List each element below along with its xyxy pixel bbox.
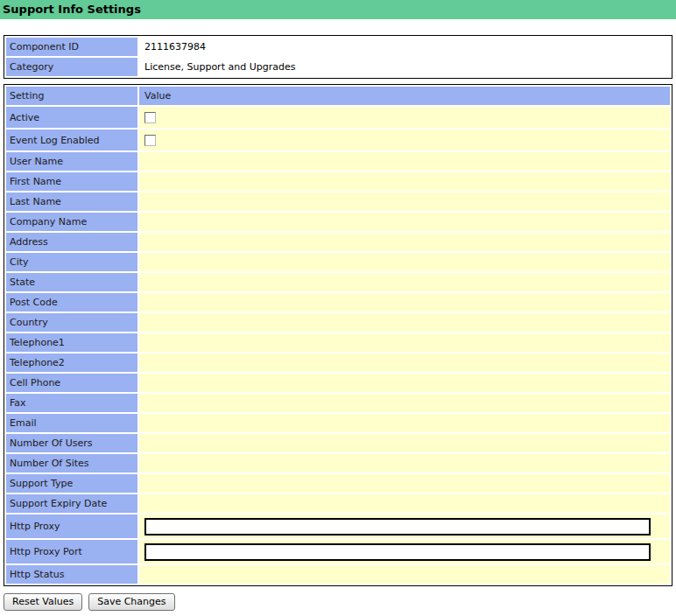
settings-row: Fax xyxy=(6,394,670,412)
setting-value-active xyxy=(139,107,670,128)
setting-label-cell-phone: Cell Phone xyxy=(6,374,137,392)
setting-value-number-of-users xyxy=(139,434,670,452)
info-row-component-id: Component ID 2111637984 xyxy=(6,38,670,56)
settings-row: Last Name xyxy=(6,192,670,211)
setting-value-cell-phone xyxy=(139,374,670,392)
setting-label-first-name: First Name xyxy=(6,172,137,191)
active-checkbox[interactable] xyxy=(144,112,156,123)
setting-value-http-proxy-port xyxy=(139,540,670,564)
setting-label-company-name: Company Name xyxy=(6,213,137,231)
settings-table: Setting Value Active Event Log Enabled U… xyxy=(4,84,672,586)
page-title-bar: Support Info Settings xyxy=(0,0,676,19)
settings-row: Support Type xyxy=(6,474,670,493)
setting-value-telephone1 xyxy=(139,333,670,352)
settings-row: Address xyxy=(6,233,670,251)
settings-row: Country xyxy=(6,313,670,332)
setting-value-user-name xyxy=(139,152,670,171)
settings-row: Active xyxy=(6,107,670,128)
settings-row: Number Of Sites xyxy=(6,454,670,472)
setting-value-company-name xyxy=(139,213,670,231)
setting-label-telephone1: Telephone1 xyxy=(6,333,137,352)
setting-column-header: Setting xyxy=(6,87,137,105)
settings-row: Http Status xyxy=(6,565,670,584)
setting-value-state xyxy=(139,273,670,291)
setting-label-support-expiry-date: Support Expiry Date xyxy=(6,494,137,513)
setting-label-support-type: Support Type xyxy=(6,474,137,493)
setting-label-http-proxy: Http Proxy xyxy=(6,514,137,538)
http-proxy-input[interactable] xyxy=(144,518,651,536)
setting-value-support-expiry-date xyxy=(139,494,670,513)
setting-value-fax xyxy=(139,394,670,412)
setting-label-country: Country xyxy=(6,313,137,332)
setting-value-post-code xyxy=(139,293,670,312)
save-changes-button[interactable]: Save Changes xyxy=(88,593,174,611)
setting-label-active: Active xyxy=(6,107,137,128)
setting-value-country xyxy=(139,313,670,332)
info-row-category: Category License, Support and Upgrades xyxy=(6,58,670,76)
settings-row: Http Proxy xyxy=(6,514,670,538)
settings-row: Support Expiry Date xyxy=(6,494,670,513)
settings-row: City xyxy=(6,253,670,271)
setting-label-address: Address xyxy=(6,233,137,251)
settings-row: Telephone1 xyxy=(6,333,670,352)
action-button-row: Reset Values Save Changes xyxy=(4,593,676,611)
setting-label-number-of-sites: Number Of Sites xyxy=(6,454,137,472)
setting-value-first-name xyxy=(139,172,670,191)
component-id-value: 2111637984 xyxy=(139,38,670,56)
setting-value-http-proxy xyxy=(139,514,670,538)
component-id-label: Component ID xyxy=(6,38,137,56)
setting-value-address xyxy=(139,233,670,251)
setting-label-last-name: Last Name xyxy=(6,192,137,211)
setting-label-city: City xyxy=(6,253,137,271)
reset-values-button[interactable]: Reset Values xyxy=(4,593,82,611)
setting-label-http-proxy-port: Http Proxy Port xyxy=(6,540,137,564)
setting-value-last-name xyxy=(139,192,670,211)
setting-label-post-code: Post Code xyxy=(6,293,137,312)
setting-label-event-log-enabled: Event Log Enabled xyxy=(6,130,137,150)
setting-value-email xyxy=(139,414,670,432)
http-proxy-port-input[interactable] xyxy=(144,543,651,561)
value-column-header: Value xyxy=(139,87,670,105)
page-title: Support Info Settings xyxy=(3,3,141,16)
settings-row: State xyxy=(6,273,670,291)
settings-row: First Name xyxy=(6,172,670,191)
settings-row: Company Name xyxy=(6,213,670,231)
setting-value-number-of-sites xyxy=(139,454,670,472)
settings-header-row: Setting Value xyxy=(6,87,670,105)
setting-value-telephone2 xyxy=(139,354,670,372)
component-info-table: Component ID 2111637984 Category License… xyxy=(4,35,672,79)
settings-row: Event Log Enabled xyxy=(6,130,670,150)
category-label: Category xyxy=(6,58,137,76)
event-log-enabled-checkbox[interactable] xyxy=(144,135,156,146)
setting-value-http-status xyxy=(139,565,670,584)
setting-label-email: Email xyxy=(6,414,137,432)
setting-value-event-log-enabled xyxy=(139,130,670,150)
setting-label-fax: Fax xyxy=(6,394,137,412)
setting-value-support-type xyxy=(139,474,670,493)
settings-row: User Name xyxy=(6,152,670,171)
settings-row: Http Proxy Port xyxy=(6,540,670,564)
settings-row: Number Of Users xyxy=(6,434,670,452)
category-value: License, Support and Upgrades xyxy=(139,58,670,76)
setting-label-number-of-users: Number Of Users xyxy=(6,434,137,452)
settings-row: Telephone2 xyxy=(6,354,670,372)
setting-value-city xyxy=(139,253,670,271)
setting-label-user-name: User Name xyxy=(6,152,137,171)
settings-row: Cell Phone xyxy=(6,374,670,392)
setting-label-http-status: Http Status xyxy=(6,565,137,584)
setting-label-telephone2: Telephone2 xyxy=(6,354,137,372)
setting-label-state: State xyxy=(6,273,137,291)
settings-row: Post Code xyxy=(6,293,670,312)
settings-row: Email xyxy=(6,414,670,432)
